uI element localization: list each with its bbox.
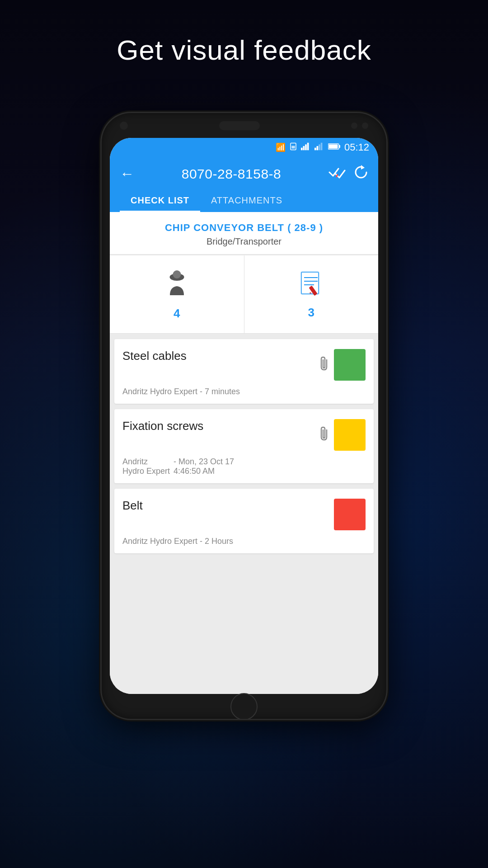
attachment-icon-1[interactable] [317,356,329,374]
tab-attachments[interactable]: ATTACHMENTS [200,189,293,212]
item-top-2: Fixation screws [122,419,366,451]
item-meta-3: Andritz Hydro Expert - 2 Hours [122,537,366,546]
refresh-icon[interactable] [354,165,368,183]
item-title-2: Fixation screws [122,419,203,433]
app-content: CHIP CONVEYOR BELT ( 28-9 ) Bridge/Trans… [110,212,378,694]
meta-name-2: Andritz Hydro Expert [122,457,170,476]
svg-rect-3 [303,146,305,150]
item-right-3 [334,499,366,530]
home-button[interactable] [230,693,258,719]
phone-notch [102,113,386,138]
sim-icon [289,142,297,153]
checklist-item-belt[interactable]: Belt Andritz Hydro Expert - 2 Hours [114,489,374,553]
wifi-icon: 📶 [276,142,286,152]
svg-point-17 [173,270,181,278]
attachment-icon-2[interactable] [317,426,329,444]
item-title-1: Steel cables [122,349,187,363]
status-indicator-1 [334,349,366,381]
status-time: 05:12 [344,142,369,153]
item-top-1: Steel cables [122,349,366,381]
item-top-3: Belt [122,499,366,530]
item-meta-1: Andritz Hydro Expert - 7 minutes [122,387,366,396]
stats-row: 4 [110,255,378,334]
svg-rect-2 [301,147,303,150]
back-button[interactable]: ← [120,165,134,182]
stat-reports[interactable]: 3 [244,255,379,333]
item-title-3: Belt [122,499,143,513]
svg-rect-11 [339,145,340,148]
svg-rect-7 [317,146,319,150]
battery-icon [328,143,341,152]
checklist-item-fixation-screws[interactable]: Fixation screws [114,409,374,483]
app-toolbar: ← 8070-28-8158-8 [110,157,378,212]
app-wrapper: 📶 [110,138,378,694]
stat-workers[interactable]: 4 [110,255,244,333]
status-indicator-3 [334,499,366,530]
reports-icon [298,269,325,302]
equipment-type: Bridge/Transporter [120,236,368,247]
svg-rect-6 [314,147,316,150]
signal2-icon [314,142,324,153]
item-right-1 [317,349,366,381]
svg-rect-4 [305,144,307,150]
status-bar: 📶 [110,138,378,157]
toolbar-title: 8070-28-8158-8 [134,166,328,182]
svg-rect-12 [328,144,338,148]
speaker [219,121,260,130]
workers-icon [164,268,189,303]
stat-reports-count: 3 [308,306,314,320]
item-right-2 [317,419,366,451]
equipment-name: CHIP CONVEYOR BELT ( 28-9 ) [120,222,368,234]
checklist-items: Steel cables Andritz Hydro Expert - [110,334,378,559]
item-meta-2: Andritz Hydro Expert - Mon, 23 Oct 17 4:… [122,457,366,476]
front-camera [120,122,128,130]
sensors [351,123,368,129]
svg-rect-5 [307,142,309,150]
stat-workers-count: 4 [174,307,180,321]
page-headline: Get visual feedback [0,34,488,66]
svg-rect-1 [291,146,295,148]
equipment-header: CHIP CONVEYOR BELT ( 28-9 ) Bridge/Trans… [110,212,378,255]
app-tabs: CHECK LIST ATTACHMENTS [120,189,368,212]
checklist-item-steel-cables[interactable]: Steel cables Andritz Hydro Expert - [114,339,374,404]
signal-icon [301,142,311,153]
meta-detail-2: - Mon, 23 Oct 17 4:46:50 AM [174,457,234,476]
tab-checklist[interactable]: CHECK LIST [120,189,200,212]
status-icons: 📶 [276,142,369,153]
phone-frame: 📶 [102,113,386,719]
svg-rect-9 [321,142,323,150]
svg-rect-8 [319,144,320,150]
phone-screen: 📶 [110,138,378,694]
sensor-dot-2 [362,123,368,129]
status-indicator-2 [334,419,366,451]
toolbar-row: ← 8070-28-8158-8 [120,165,368,183]
svg-rect-19 [301,272,319,294]
check-all-icon[interactable] [328,166,346,182]
toolbar-actions [328,165,368,183]
sensor-dot-1 [351,123,357,129]
svg-marker-14 [361,165,365,170]
phone-bottom-bar [102,694,386,719]
